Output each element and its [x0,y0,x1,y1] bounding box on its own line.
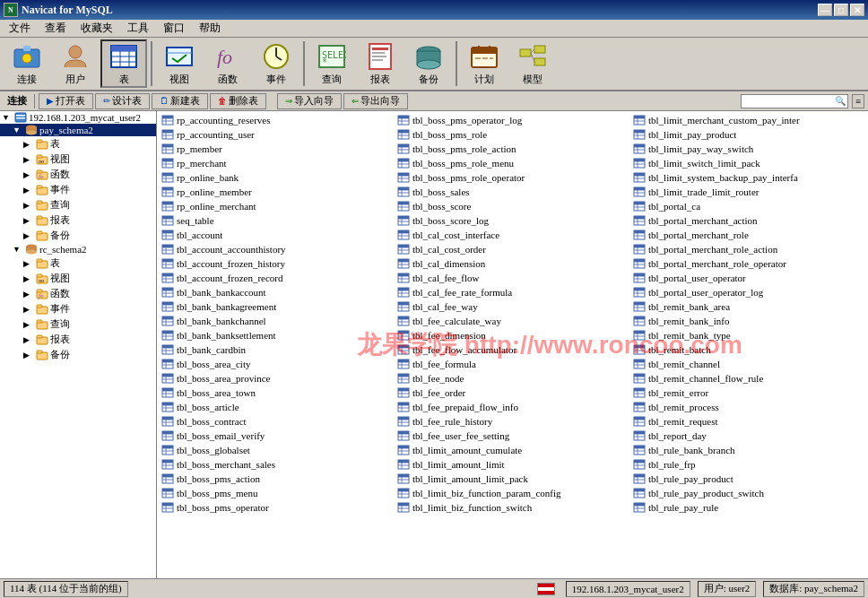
table-row[interactable]: tbl_bank_bankagreement [159,299,395,314]
table-row[interactable]: tbl_limit_biz_function_param_config [395,486,630,500]
maximize-button[interactable]: □ [834,4,848,16]
table-row[interactable]: tbl_account_frozen_history [159,256,395,271]
table-row[interactable]: tbl_fee_formula [395,357,630,371]
table-row[interactable]: tbl_cal_fee_flow [395,271,630,285]
menu-item-view[interactable]: 查看 [38,19,74,38]
toolbar-connect-button[interactable]: 连接 [4,39,50,88]
table-row[interactable]: tbl_portal_merchant_action [630,213,866,228]
table-row[interactable]: tbl_limit_switch_limit_pack [630,156,866,170]
table-row[interactable]: tbl_limit_system_backup_pay_interfa [630,170,866,185]
sidebar-item-queries-pay[interactable]: ▶ 查询 [0,197,156,212]
table-row[interactable]: tbl_fee_order [395,386,630,400]
table-row[interactable]: tbl_boss_pms_menu [159,486,395,500]
table-row[interactable]: tbl_limit_pay_product [630,127,866,142]
sidebar-item-queries-rc[interactable]: ▶ 查询 [0,316,156,332]
table-row[interactable]: tbl_portal_user_operator [630,271,866,285]
view-mode-button[interactable]: ≡ [852,94,864,108]
table-row[interactable]: tbl_remit_process [630,400,866,414]
table-row[interactable]: tbl_portal_ca [630,199,866,213]
sidebar-item-funcs-pay[interactable]: ▶ fo 函数 [0,167,156,182]
table-row[interactable]: tbl_boss_contract [159,414,395,429]
menu-item-help[interactable]: 帮助 [192,19,228,38]
toolbar-event-button[interactable]: 事件 [253,39,299,88]
table-row[interactable]: tbl_account_accounthistory [159,242,395,256]
table-row[interactable]: tbl_boss_pms_role_menu [395,156,630,170]
sidebar-item-pay-schema2[interactable]: ▼ pay_schema2 [0,124,156,136]
table-row[interactable]: tbl_remit_error [630,386,866,400]
table-row[interactable]: tbl_fee_dimension [395,328,630,342]
sidebar-item-events-rc[interactable]: ▶ 事件 [0,301,156,316]
table-row[interactable]: tbl_account_frozen_record [159,271,395,285]
table-row[interactable]: tbl_boss_article [159,400,395,414]
menu-item-window[interactable]: 窗口 [156,19,192,38]
table-row[interactable]: tbl_rule_bank_branch [630,443,866,457]
sidebar-item-funcs-rc[interactable]: ▶ fo 函数 [0,286,156,301]
tab-export-wizard[interactable]: ⇐ 导出向导 [343,93,408,109]
table-row[interactable]: tbl_limit_trade_limit_router [630,185,866,199]
table-row[interactable]: tbl_cal_dimension [395,256,630,271]
toolbar-view-button[interactable]: 视图 [156,39,203,88]
table-row[interactable]: tbl_bank_bankaccount [159,285,395,299]
table-row[interactable]: tbl_remit_bank_type [630,328,866,342]
sidebar-item-rc-schema2[interactable]: ▼ rc_schema2 [0,243,156,256]
sidebar-item-tables-pay[interactable]: ▶ 表 [0,136,156,152]
table-row[interactable]: tbl_boss_globalset [159,443,395,457]
tab-delete-table[interactable]: 🗑 删除表 [210,93,266,109]
toolbar-query-button[interactable]: SELECT * 查询 [308,39,355,88]
sidebar-item-tables-rc[interactable]: ▶ 表 [0,256,156,271]
table-row[interactable]: tbl_boss_pms_role_action [395,142,630,156]
search-input[interactable] [743,96,835,107]
table-row[interactable]: tbl_remit_request [630,414,866,429]
table-row[interactable]: tbl_report_day [630,429,866,443]
table-row[interactable]: tbl_bank_bankchannel [159,314,395,328]
table-row[interactable]: tbl_fee_node [395,371,630,386]
table-row[interactable]: tbl_boss_email_verify [159,429,395,443]
table-row[interactable]: tbl_boss_area_town [159,386,395,400]
table-row[interactable]: rp_accounting_reserves [159,113,395,127]
table-row[interactable]: tbl_fee_calculate_way [395,314,630,328]
table-row[interactable]: tbl_remit_channel [630,357,866,371]
table-row[interactable]: tbl_portal_merchant_role [630,228,866,242]
table-row[interactable]: tbl_boss_pms_action [159,472,395,486]
table-row[interactable]: tbl_limit_amount_limit [395,457,630,472]
table-row[interactable]: tbl_portal_merchant_role_action [630,242,866,256]
table-row[interactable]: tbl_fee_rule_history [395,414,630,429]
table-row[interactable]: tbl_account [159,228,395,242]
toolbar-func-button[interactable]: fo 函数 [204,39,251,88]
tab-design-table[interactable]: ✏ 设计表 [95,93,150,109]
minimize-button[interactable]: — [818,4,832,16]
table-row[interactable]: tbl_boss_pms_role_operator [395,170,630,185]
sidebar-item-views-rc[interactable]: ▶ oo 视图 [0,271,156,286]
tab-new-table[interactable]: 🗒 新建表 [152,93,208,109]
table-row[interactable]: tbl_limit_pay_way_switch [630,142,866,156]
table-row[interactable]: tbl_remit_channel_flow_rule [630,371,866,386]
table-row[interactable]: tbl_cal_fee_rate_formula [395,285,630,299]
table-row[interactable]: tbl_bank_banksettlement [159,328,395,342]
tab-import-wizard[interactable]: ⇒ 导入向导 [277,93,342,109]
table-row[interactable]: rp_online_member [159,185,395,199]
toolbar-backup-button[interactable]: 备份 [405,39,452,88]
menu-item-file[interactable]: 文件 [2,19,38,38]
table-row[interactable]: tbl_cal_cost_order [395,242,630,256]
table-row[interactable]: tbl_limit_amount_cumulate [395,443,630,457]
table-row[interactable]: tbl_boss_area_city [159,357,395,371]
table-row[interactable]: tbl_portal_merchant_role_operator [630,256,866,271]
table-row[interactable]: tbl_fee_prepaid_flow_info [395,400,630,414]
table-row[interactable]: tbl_cal_fee_way [395,299,630,314]
toolbar-schedule-button[interactable]: 计划 [461,39,508,88]
table-row[interactable]: tbl_rule_pay_product_switch [630,486,866,500]
table-row[interactable]: tbl_cal_cost_interface [395,228,630,242]
table-row[interactable]: tbl_boss_pms_operator_log [395,113,630,127]
toolbar-table-button[interactable]: 表 [100,39,147,88]
table-row[interactable]: tbl_limit_biz_function_switch [395,500,630,515]
table-row[interactable]: tbl_rule_pay_product [630,472,866,486]
table-row[interactable]: tbl_remit_batch [630,342,866,357]
table-row[interactable]: tbl_boss_score [395,199,630,213]
table-row[interactable]: tbl_bank_cardbin [159,342,395,357]
table-row[interactable]: rp_merchant [159,156,395,170]
sidebar-item-backup-pay[interactable]: ▶ 备份 [0,228,156,243]
table-row[interactable]: tbl_boss_merchant_sales [159,457,395,472]
table-row[interactable]: tbl_rule_frp [630,457,866,472]
sidebar-item-reports-rc[interactable]: ▶ 报表 [0,332,156,347]
table-row[interactable]: tbl_boss_sales [395,185,630,199]
